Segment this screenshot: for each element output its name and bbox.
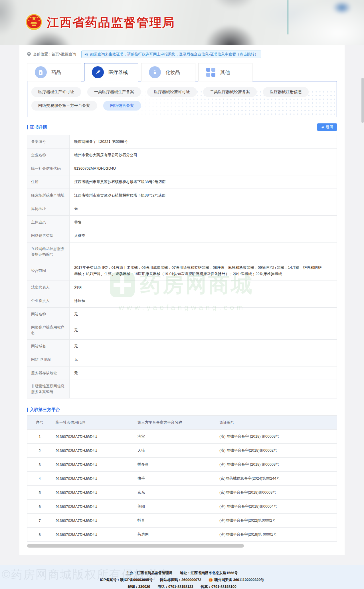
footer-postcode: 邮编：330029 <box>128 584 150 589</box>
platform-section-header: 入驻第三方平台 <box>27 407 337 412</box>
detail-row: 网络销售类型 入驻类 <box>27 229 337 243</box>
cell-platform-name: 药房网 <box>134 528 216 542</box>
footer-icp: ICP备案号：赣ICP备09003695号 <box>100 578 153 582</box>
col-header-platform-name: 第三方平台备案方平台名称 <box>134 416 216 430</box>
platform-section-title: 入驻第三方平台 <box>27 407 60 412</box>
detail-label: 住所 <box>27 175 70 189</box>
cell-platform-name: 拼多多 <box>134 458 216 472</box>
detail-label: 网站 IP 地址 <box>27 353 70 366</box>
page-footer: 主办：江西省药品监督管理局 地址：江西省南昌市北京东路1566号 ICP备案号：… <box>0 565 364 589</box>
detail-value: 零售 <box>70 216 337 229</box>
platform-table-row: 7 91360702MA7DHJGD4U 抖音 (沪)网械平台备字[2022]第… <box>27 514 337 528</box>
page-vertical-scrollbar-thumb[interactable] <box>361 78 364 123</box>
detail-label: 互联网药品信息服务资格证书编号 <box>27 243 70 261</box>
tab-drugs[interactable]: 药品 <box>27 63 81 81</box>
cell-cert-no: (沪) 网械平台备字 (2018) 第00003号 <box>216 458 337 472</box>
subtab-row-2: 网络交易服务第三方平台备案 网络销售备案 <box>31 101 333 111</box>
detail-row: 非经营性互联网信息服务备案编号 <box>27 380 337 398</box>
cell-cert-no: (京)网械平台备字(2018)第00003号 <box>216 486 337 500</box>
cell-credit-code: 91360702MA7DHJGD4U <box>52 472 134 486</box>
cosmetic-bottle-icon <box>149 66 161 78</box>
detail-value: 无 <box>70 202 337 215</box>
location-pin-icon <box>27 52 31 57</box>
subtab-third-party-platform-filing[interactable]: 网络交易服务第三方平台备案 <box>31 101 97 111</box>
detail-label: 网络客户端应用程序名 <box>27 321 70 339</box>
detail-value: 91360702MA7DHJGD4U <box>70 162 337 175</box>
police-badge-icon <box>209 578 213 582</box>
tab-label: 化妆品 <box>165 69 180 76</box>
cell-platform-name: 快手 <box>134 472 216 486</box>
detail-label: 网络销售类型 <box>27 229 70 242</box>
col-header-index: 序号 <box>27 416 52 430</box>
speaker-icon <box>84 52 88 56</box>
subtab-class1-production-filing[interactable]: 一类医疗器械生产备案 <box>87 87 141 97</box>
detail-section-title-text: 证书详情 <box>30 125 47 130</box>
cell-credit-code: 91360702MA7DHJGD4U <box>52 500 134 514</box>
back-button[interactable]: 返回 <box>317 123 337 131</box>
detail-row: 企业名称 赣州市爱心大药房有限公司沙石分公司 <box>27 149 337 162</box>
subtab-class2-operation-filing[interactable]: 二类医疗器械经营备案 <box>203 87 257 97</box>
cell-credit-code: 91360702MA7DHJGD4U <box>52 430 134 444</box>
detail-label: 经营范围 <box>27 261 70 281</box>
detail-label: 库房地址 <box>27 202 70 215</box>
content-card: 当前位置：首页>数据查询 如需查询未生效证书，请前往行政许可网上申报系统，登录后… <box>19 45 345 555</box>
footer-fax: 传真：0791-88158100 <box>201 584 236 589</box>
cell-credit-code: 91360702MA7DHJGD4U <box>52 528 134 542</box>
certificate-details-table: 备案编号 赣市网械备字【2022】第0096号 企业名称 赣州市爱心大药房有限公… <box>27 135 337 398</box>
subtab-operation-license[interactable]: 医疗器械经营许可证 <box>147 87 197 97</box>
footer-phone: 电话：0791-88158123 <box>158 584 193 589</box>
breadcrumb-path[interactable]: 首页>数据查询 <box>52 52 76 57</box>
subtab-production-license[interactable]: 医疗器械生产许可证 <box>31 87 81 97</box>
detail-label: 企业名称 <box>27 149 70 162</box>
subtab-panel: 医疗器械生产许可证 一类医疗器械生产备案 医疗器械经营许可证 二类医疗器械经营备… <box>27 81 337 117</box>
detail-value: 赣州市爱心大药房有限公司沙石分公司 <box>70 149 337 162</box>
cell-credit-code: 91360702MA7DHJGD4U <box>52 444 134 458</box>
cell-index: 3 <box>27 458 52 472</box>
detail-row: 经营范围 2017年分类目录-Ⅱ类：01有源手术器械；06医用成像器械；07医用… <box>27 261 337 281</box>
cell-index: 4 <box>27 472 52 486</box>
detail-row: 住所 江西省赣州市章贡区沙石镇楼梯村矮塔下组38号2号店面 <box>27 175 337 189</box>
cell-cert-no: (浙) 网械平台备字(2018)第00002号 <box>216 444 337 458</box>
table-scrollbar-thumb[interactable] <box>27 544 244 548</box>
pill-bottle-icon <box>35 66 47 78</box>
footer-police-filing[interactable]: 赣公网安备 36011102000329号 <box>209 578 264 582</box>
detail-label: 经营场所或生产地址 <box>27 189 70 202</box>
detail-value <box>70 243 337 261</box>
platform-table-row: 2 91360702MA7DHJGD4U 天猫 (浙) 网械平台备字(2018)… <box>27 444 337 458</box>
tab-medical-devices[interactable]: 医疗器械 <box>84 63 138 81</box>
detail-row: 法定代表人 刘明 <box>27 281 337 294</box>
detail-value: 刘明 <box>70 281 337 294</box>
detail-label: 法定代表人 <box>27 281 70 294</box>
subtab-registration-info[interactable]: 医疗器械注册信息 <box>263 87 309 97</box>
detail-row: 备案编号 赣市网械备字【2022】第0096号 <box>27 135 337 149</box>
site-banner: 江西省药品监督管理局 <box>0 0 364 45</box>
cell-platform-name: 抖音 <box>134 514 216 528</box>
tab-label: 其他 <box>220 69 230 76</box>
footer-site-code: 网站标识码：3600000072 <box>160 578 201 582</box>
back-button-label: 返回 <box>326 125 333 130</box>
syringe-icon <box>92 66 104 78</box>
detail-row: 库房地址 无 <box>27 202 337 216</box>
notice-banner[interactable]: 如需查询未生效证书，请前往行政许可网上申报系统，登录后在企业信息-证书信息中查看… <box>81 51 261 58</box>
platform-table-header-row: 序号 统一社会信用代码 第三方平台备案方平台名称 凭证编号 <box>27 416 337 430</box>
subtab-row-1: 医疗器械生产许可证 一类医疗器械生产备案 医疗器械经营许可证 二类医疗器械经营备… <box>31 87 333 97</box>
detail-section-title: 证书详情 <box>27 125 47 130</box>
tab-label: 医疗器械 <box>108 69 128 76</box>
cell-index: 1 <box>27 430 52 444</box>
detail-row: 网站域名 无 <box>27 340 337 353</box>
footer-line-2: ICP备案号：赣ICP备09003695号 网站标识码：3600000072 赣… <box>0 578 364 582</box>
platform-table-row: 8 91360702MA7DHJGD4U 药房网 (沪)网械平台备字[2018]… <box>27 528 337 542</box>
footer-sponsor: 主办：江西省药品监督管理局 <box>126 571 173 576</box>
cell-index: 7 <box>27 514 52 528</box>
cell-cert-no: (沪) 网械平台备字(2018)第00004号 <box>216 500 337 514</box>
tab-other[interactable]: 其他 <box>198 63 252 81</box>
site-title: 江西省药品监督管理局 <box>47 15 175 31</box>
detail-value: 无 <box>70 340 337 353</box>
cell-index: 2 <box>27 444 52 458</box>
cell-index: 5 <box>27 486 52 500</box>
detail-value: 江西省赣州市章贡区沙石镇楼梯村矮塔下组38号2号店面 <box>70 189 337 202</box>
detail-row: 服务器存放地址 无 <box>27 366 337 380</box>
detail-value: 2017年分类目录-Ⅱ类：01有源手术器械；06医用成像器械；07医用诊察和监护… <box>70 261 337 281</box>
subtab-network-sales-filing[interactable]: 网络销售备案 <box>103 101 141 111</box>
tab-cosmetics[interactable]: 化妆品 <box>141 63 195 81</box>
